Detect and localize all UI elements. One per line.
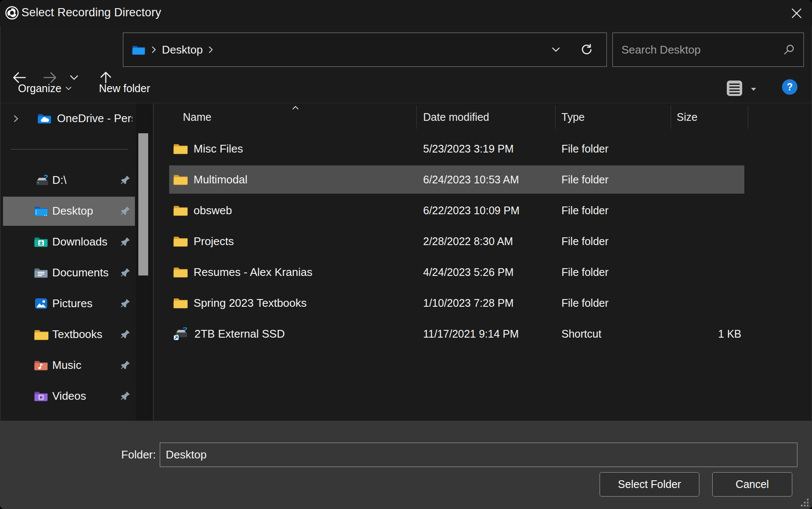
folder-name-input[interactable]: Desktop — [160, 443, 797, 467]
svg-text:?: ? — [44, 174, 48, 182]
file-row[interactable]: Projects 2/28/2022 8:30 AM File folder — [154, 226, 812, 257]
sidebar-scrollbar-thumb[interactable] — [138, 133, 148, 275]
organize-menu-button[interactable]: Organize — [18, 74, 72, 103]
select-folder-button[interactable]: Select Folder — [600, 472, 699, 497]
folder-label: Folder: — [69, 448, 156, 461]
file-icon-slot — [173, 266, 188, 278]
sidebar-item-documents[interactable]: Documents — [3, 258, 135, 287]
column-header-name[interactable]: Name — [154, 105, 417, 129]
drive-question-icon: ? — [34, 174, 50, 187]
pin-slot[interactable] — [120, 360, 131, 370]
pin-icon[interactable] — [120, 175, 131, 185]
sidebar-item-icon-slot — [34, 205, 48, 217]
sidebar-item-d[interactable]: ? D:\ — [3, 166, 135, 195]
file-type: Shortcut — [555, 328, 671, 340]
file-type: File folder — [555, 235, 671, 248]
file-row[interactable]: Multimodal 6/24/2023 10:53 AM File folde… — [154, 164, 812, 195]
column-header-size[interactable]: Size — [671, 105, 748, 129]
help-glyph: ? — [787, 81, 793, 93]
obs-logo-icon — [5, 6, 19, 20]
folder-icon — [34, 329, 49, 341]
help-button[interactable]: ? — [782, 79, 797, 95]
pin-icon[interactable] — [120, 329, 131, 339]
file-date-modified: 4/24/2023 5:26 PM — [417, 266, 555, 278]
cancel-button[interactable]: Cancel — [712, 472, 792, 497]
close-icon — [791, 7, 803, 19]
file-row[interactable]: Misc Files 5/23/2023 3:19 PM File folder — [154, 133, 812, 164]
pin-slot[interactable] — [120, 329, 131, 339]
sidebar-item-onedrive[interactable]: OneDrive - Persc — [3, 104, 135, 133]
sidebar-item-downloads[interactable]: Downloads — [3, 228, 135, 257]
pin-icon[interactable] — [120, 298, 131, 308]
resize-grip-icon[interactable] — [800, 498, 809, 507]
view-mode-button[interactable] — [726, 80, 743, 97]
sidebar-item-icon-slot — [34, 329, 49, 341]
file-icon-slot: ? — [173, 327, 189, 340]
sidebar-item-icon-slot — [34, 298, 48, 309]
file-rows: Misc Files 5/23/2023 3:19 PM File folder… — [154, 133, 812, 349]
pin-slot[interactable] — [120, 298, 131, 308]
pin-icon[interactable] — [120, 267, 131, 278]
column-header-date-modified[interactable]: Date modified — [417, 105, 555, 129]
sidebar-item-desktop[interactable]: Desktop — [3, 197, 135, 226]
file-date-modified: 1/10/2023 7:28 PM — [417, 297, 555, 309]
new-folder-button[interactable]: New folder — [99, 74, 150, 103]
breadcrumb-chevron-icon — [208, 46, 213, 54]
pin-icon[interactable] — [120, 206, 131, 216]
refresh-button[interactable] — [580, 43, 593, 56]
file-icon-slot — [173, 297, 188, 309]
file-date-modified: 11/17/2021 9:14 PM — [417, 328, 555, 340]
column-header-filler — [748, 105, 812, 129]
file-name-cell: ?2TB External SSD — [154, 327, 417, 341]
pane-divider[interactable] — [153, 103, 154, 421]
file-row[interactable]: obsweb 6/22/2023 10:09 PM File folder — [154, 195, 812, 226]
navigation-pane: OneDrive - Persc ? D:\ Desktop Downloads… — [0, 103, 136, 421]
file-date-modified: 2/28/2022 8:30 AM — [417, 235, 555, 248]
pin-icon[interactable] — [120, 237, 131, 247]
pin-slot[interactable] — [120, 267, 131, 278]
sidebar-item-music[interactable]: Music — [3, 351, 135, 380]
onedrive-folder-icon — [38, 113, 51, 124]
pin-slot[interactable] — [120, 175, 131, 185]
pin-slot[interactable] — [120, 237, 131, 247]
sidebar-item-textbooks[interactable]: Textbooks — [3, 320, 135, 349]
file-row[interactable]: Resumes - Alex Kranias 4/24/2023 5:26 PM… — [154, 257, 812, 287]
file-name-cell: Spring 2023 Textbooks — [154, 296, 417, 310]
file-name: Misc Files — [194, 142, 243, 156]
breadcrumb-segment-desktop[interactable]: Desktop — [162, 43, 203, 57]
sidebar-item-icon-slot — [34, 236, 48, 248]
sidebar-item-videos[interactable]: Videos — [3, 382, 135, 411]
file-row[interactable]: ?2TB External SSD 11/17/2021 9:14 PM Sho… — [154, 318, 812, 349]
pin-slot[interactable] — [120, 206, 131, 216]
expand-chevron-icon[interactable] — [13, 114, 19, 123]
folder-icon — [173, 235, 188, 247]
file-name-cell: Projects — [154, 235, 417, 248]
sidebar-item-pictures[interactable]: Pictures — [3, 289, 135, 318]
pin-icon[interactable] — [120, 360, 131, 370]
address-dropdown-button[interactable] — [552, 47, 560, 53]
column-header-type[interactable]: Type — [555, 105, 671, 129]
folder-icon — [173, 266, 188, 278]
file-date-modified: 6/24/2023 10:53 AM — [417, 174, 555, 186]
file-row[interactable]: Spring 2023 Textbooks 1/10/2023 7:28 PM … — [154, 287, 812, 318]
caret-down-icon — [750, 87, 757, 91]
close-button[interactable] — [786, 3, 807, 23]
title-bar: Select Recording Directory — [0, 0, 812, 26]
search-input[interactable]: Search Desktop — [612, 33, 804, 67]
view-mode-dropdown[interactable] — [750, 87, 757, 91]
folder-icon — [173, 204, 188, 216]
pin-slot[interactable] — [120, 391, 131, 401]
pin-icon[interactable] — [120, 391, 131, 401]
file-type: File folder — [555, 174, 671, 186]
file-name: Resumes - Alex Kranias — [194, 266, 312, 279]
file-type: File folder — [555, 266, 671, 278]
file-name-cell: Multimodal — [154, 173, 417, 186]
address-bar[interactable]: Desktop — [123, 33, 607, 67]
select-recording-directory-dialog: Select Recording Directory Desktop — [0, 0, 812, 509]
svg-text:?: ? — [183, 327, 187, 334]
refresh-icon — [580, 43, 593, 56]
sort-ascending-icon — [292, 106, 299, 110]
file-icon-slot — [173, 235, 188, 247]
folder-icon — [173, 143, 188, 155]
column-headers: Name Date modified Type Size — [154, 105, 812, 129]
